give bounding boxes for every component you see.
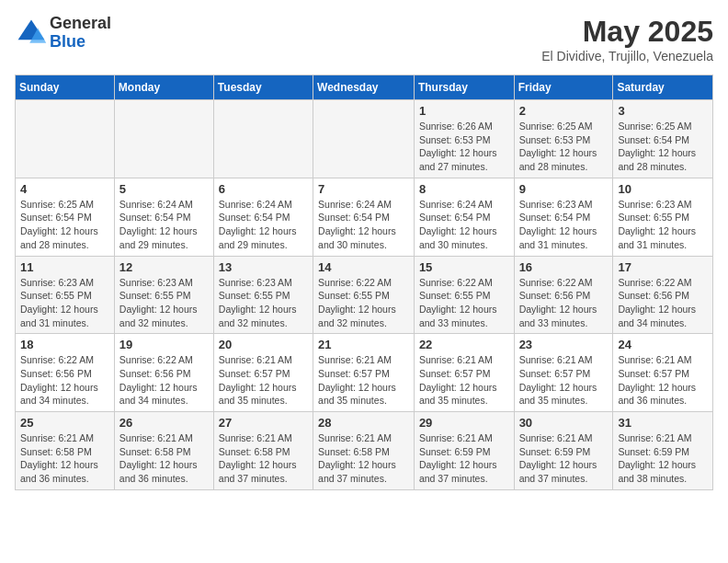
calendar-cell: 25Sunrise: 6:21 AM Sunset: 6:58 PM Dayli… [16,412,115,490]
calendar-cell: 1Sunrise: 6:26 AM Sunset: 6:53 PM Daylig… [414,100,514,178]
day-info: Sunrise: 6:24 AM Sunset: 6:54 PM Dayligh… [419,198,509,252]
calendar-header: Sunday Monday Tuesday Wednesday Thursday… [16,75,713,100]
calendar-cell: 18Sunrise: 6:22 AM Sunset: 6:56 PM Dayli… [16,334,115,412]
day-number: 3 [618,104,708,118]
calendar-cell [114,100,213,178]
day-info: Sunrise: 6:24 AM Sunset: 6:54 PM Dayligh… [219,198,308,252]
calendar-cell: 29Sunrise: 6:21 AM Sunset: 6:59 PM Dayli… [414,412,514,490]
header-row: Sunday Monday Tuesday Wednesday Thursday… [16,75,713,100]
day-number: 23 [519,338,609,351]
calendar-cell: 9Sunrise: 6:23 AM Sunset: 6:54 PM Daylig… [514,178,613,256]
day-info: Sunrise: 6:21 AM Sunset: 6:58 PM Dayligh… [119,431,209,486]
calendar-cell: 8Sunrise: 6:24 AM Sunset: 6:54 PM Daylig… [414,178,514,256]
calendar-cell: 24Sunrise: 6:21 AM Sunset: 6:57 PM Dayli… [613,334,713,412]
day-info: Sunrise: 6:21 AM Sunset: 6:59 PM Dayligh… [618,431,708,486]
calendar-cell: 20Sunrise: 6:21 AM Sunset: 6:57 PM Dayli… [213,334,313,412]
day-info: Sunrise: 6:21 AM Sunset: 6:57 PM Dayligh… [519,353,609,408]
day-info: Sunrise: 6:24 AM Sunset: 6:54 PM Dayligh… [119,198,209,252]
calendar-week-1: 1Sunrise: 6:26 AM Sunset: 6:53 PM Daylig… [16,100,713,178]
header-friday: Friday [514,75,613,100]
calendar-cell: 4Sunrise: 6:25 AM Sunset: 6:54 PM Daylig… [16,178,115,256]
calendar-cell: 13Sunrise: 6:23 AM Sunset: 6:55 PM Dayli… [213,256,313,334]
day-number: 11 [20,260,109,274]
day-number: 10 [618,182,708,196]
day-info: Sunrise: 6:22 AM Sunset: 6:56 PM Dayligh… [119,353,209,408]
day-info: Sunrise: 6:21 AM Sunset: 6:59 PM Dayligh… [419,431,509,486]
calendar-week-5: 25Sunrise: 6:21 AM Sunset: 6:58 PM Dayli… [16,412,713,490]
day-number: 16 [519,260,609,274]
day-number: 20 [219,338,308,351]
page-header: General Blue May 2025 El Dividive, Truji… [15,15,713,63]
calendar-cell: 30Sunrise: 6:21 AM Sunset: 6:59 PM Dayli… [514,412,613,490]
logo-text: General Blue [50,15,111,52]
calendar-week-2: 4Sunrise: 6:25 AM Sunset: 6:54 PM Daylig… [16,178,713,256]
calendar-cell [213,100,313,178]
calendar-cell: 28Sunrise: 6:21 AM Sunset: 6:58 PM Dayli… [313,412,415,490]
day-number: 15 [419,260,509,274]
day-info: Sunrise: 6:25 AM Sunset: 6:53 PM Dayligh… [519,120,609,174]
day-info: Sunrise: 6:22 AM Sunset: 6:55 PM Dayligh… [419,276,509,330]
calendar-cell: 16Sunrise: 6:22 AM Sunset: 6:56 PM Dayli… [514,256,613,334]
day-info: Sunrise: 6:23 AM Sunset: 6:55 PM Dayligh… [119,276,209,330]
logo-blue: Blue [50,33,111,52]
day-number: 30 [519,416,609,430]
calendar-cell [313,100,415,178]
day-info: Sunrise: 6:24 AM Sunset: 6:54 PM Dayligh… [318,198,409,252]
day-info: Sunrise: 6:21 AM Sunset: 6:59 PM Dayligh… [519,431,609,486]
calendar-cell: 26Sunrise: 6:21 AM Sunset: 6:58 PM Dayli… [114,412,213,490]
calendar-table: Sunday Monday Tuesday Wednesday Thursday… [15,75,713,490]
day-number: 9 [519,182,609,196]
calendar-cell: 11Sunrise: 6:23 AM Sunset: 6:55 PM Dayli… [16,256,115,334]
day-number: 4 [20,182,109,196]
day-number: 14 [318,260,409,274]
logo: General Blue [15,15,111,52]
day-number: 28 [318,416,409,430]
calendar-cell: 14Sunrise: 6:22 AM Sunset: 6:55 PM Dayli… [313,256,415,334]
day-info: Sunrise: 6:26 AM Sunset: 6:53 PM Dayligh… [419,120,509,174]
day-number: 1 [419,104,509,118]
calendar-cell: 7Sunrise: 6:24 AM Sunset: 6:54 PM Daylig… [313,178,415,256]
calendar-week-4: 18Sunrise: 6:22 AM Sunset: 6:56 PM Dayli… [16,334,713,412]
day-number: 25 [20,416,109,430]
calendar-cell: 19Sunrise: 6:22 AM Sunset: 6:56 PM Dayli… [114,334,213,412]
subtitle: El Dividive, Trujillo, Venezuela [541,49,713,63]
calendar-cell: 5Sunrise: 6:24 AM Sunset: 6:54 PM Daylig… [114,178,213,256]
header-saturday: Saturday [613,75,713,100]
day-number: 29 [419,416,509,430]
day-number: 13 [219,260,308,274]
calendar-cell: 10Sunrise: 6:23 AM Sunset: 6:55 PM Dayli… [613,178,713,256]
day-info: Sunrise: 6:21 AM Sunset: 6:57 PM Dayligh… [419,353,509,408]
day-number: 21 [318,338,409,351]
day-number: 5 [119,182,209,196]
day-number: 2 [519,104,609,118]
calendar-cell [16,100,115,178]
calendar-cell: 2Sunrise: 6:25 AM Sunset: 6:53 PM Daylig… [514,100,613,178]
day-info: Sunrise: 6:21 AM Sunset: 6:58 PM Dayligh… [20,431,109,486]
day-number: 6 [219,182,308,196]
day-number: 8 [419,182,509,196]
calendar-cell: 21Sunrise: 6:21 AM Sunset: 6:57 PM Dayli… [313,334,415,412]
day-info: Sunrise: 6:21 AM Sunset: 6:58 PM Dayligh… [318,431,409,486]
day-info: Sunrise: 6:21 AM Sunset: 6:57 PM Dayligh… [219,353,308,408]
day-number: 22 [419,338,509,351]
calendar-cell: 3Sunrise: 6:25 AM Sunset: 6:54 PM Daylig… [613,100,713,178]
calendar-week-3: 11Sunrise: 6:23 AM Sunset: 6:55 PM Dayli… [16,256,713,334]
calendar-cell: 12Sunrise: 6:23 AM Sunset: 6:55 PM Dayli… [114,256,213,334]
day-number: 17 [618,260,708,274]
day-number: 19 [119,338,209,351]
calendar-cell: 17Sunrise: 6:22 AM Sunset: 6:56 PM Dayli… [613,256,713,334]
calendar-cell: 15Sunrise: 6:22 AM Sunset: 6:55 PM Dayli… [414,256,514,334]
header-sunday: Sunday [16,75,115,100]
day-info: Sunrise: 6:21 AM Sunset: 6:58 PM Dayligh… [219,431,308,486]
title-section: May 2025 El Dividive, Trujillo, Venezuel… [541,15,713,63]
day-number: 27 [219,416,308,430]
day-info: Sunrise: 6:23 AM Sunset: 6:55 PM Dayligh… [20,276,109,330]
main-title: May 2025 [541,15,713,49]
logo-icon [15,17,48,50]
calendar-cell: 23Sunrise: 6:21 AM Sunset: 6:57 PM Dayli… [514,334,613,412]
day-info: Sunrise: 6:22 AM Sunset: 6:55 PM Dayligh… [318,276,409,330]
header-tuesday: Tuesday [213,75,313,100]
header-monday: Monday [114,75,213,100]
day-info: Sunrise: 6:21 AM Sunset: 6:57 PM Dayligh… [618,353,708,408]
day-number: 24 [618,338,708,351]
